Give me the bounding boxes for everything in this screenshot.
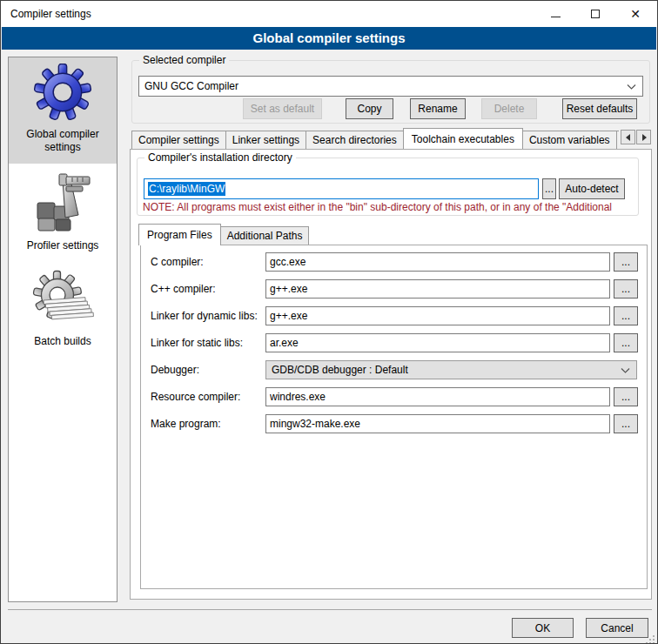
page-title: Global compiler settings (2, 27, 656, 50)
reset-defaults-button[interactable]: Reset defaults (562, 98, 637, 119)
bin-subdirectory-note: NOTE: All programs must exist either in … (143, 201, 634, 213)
minimize-button[interactable] (535, 1, 575, 27)
tab-toolchain-executables[interactable]: Toolchain executables (403, 128, 523, 149)
cpp-compiler-input[interactable] (265, 279, 610, 299)
auto-detect-button[interactable]: Auto-detect (559, 178, 625, 199)
tab-linker-settings[interactable]: Linker settings (225, 131, 306, 149)
compiler-select-value: GNU GCC Compiler (144, 80, 238, 92)
blue-gear-icon (34, 64, 91, 124)
linker-dynamic-browse-button[interactable]: ... (614, 306, 638, 325)
linker-static-browse-button[interactable]: ... (614, 333, 638, 352)
titlebar[interactable]: Compiler settings ✕ (1, 1, 657, 27)
tab-scroll-left-button[interactable] (621, 130, 635, 144)
close-button[interactable]: ✕ (615, 1, 655, 27)
subtab-additional-paths[interactable]: Additional Paths (220, 226, 310, 245)
set-as-default-button: Set as default (243, 98, 322, 119)
sidebar-item-profiler-settings[interactable]: Profiler settings (9, 164, 117, 263)
resource-compiler-input[interactable] (265, 387, 610, 406)
main-tabstrip: Compiler settings Linker settings Search… (131, 128, 619, 149)
footer-divider (8, 609, 652, 610)
compiler-settings-dialog: Compiler settings ✕ Global compiler sett… (0, 0, 658, 644)
installation-directory-group-label: Compiler's installation directory (144, 151, 296, 164)
files-tabstrip: Program Files Additional Paths (138, 224, 308, 245)
linker-static-label: Linker for static libs: (151, 337, 243, 349)
resource-compiler-browse-button[interactable]: ... (614, 387, 638, 406)
debugger-select[interactable]: GDB/CDB debugger : Default (265, 360, 637, 379)
resize-grip[interactable] (646, 632, 655, 641)
sidebar-item-global-compiler-settings[interactable]: Global compiler settings (9, 57, 117, 164)
tab-search-directories[interactable]: Search directories (306, 131, 404, 149)
left-triangle-icon (626, 134, 631, 141)
installation-directory-input[interactable]: C:\raylib\MinGW (144, 178, 539, 199)
sidebar-item-label: Profiler settings (14, 239, 111, 252)
tab-custom-variables[interactable]: Custom variables (522, 131, 617, 149)
debugger-select-value: GDB/CDB debugger : Default (272, 364, 408, 376)
installation-directory-browse-button[interactable]: ... (542, 178, 556, 199)
c-compiler-input[interactable] (265, 252, 610, 272)
right-triangle-icon (641, 134, 647, 141)
ok-button[interactable]: OK (512, 618, 574, 638)
installation-directory-value: C:\raylib\MinGW (148, 182, 225, 196)
make-program-input[interactable] (265, 414, 610, 433)
cpp-compiler-label: C++ compiler: (151, 283, 216, 295)
caliper-icon (30, 170, 95, 236)
linker-dynamic-label: Linker for dynamic libs: (151, 310, 258, 322)
cpp-compiler-browse-button[interactable]: ... (614, 279, 638, 299)
window-title: Compiler settings (10, 1, 91, 27)
minimize-icon (551, 17, 561, 17)
debugger-label: Debugger: (151, 364, 199, 376)
cancel-button[interactable]: Cancel (586, 618, 648, 638)
linker-dynamic-input[interactable] (265, 306, 610, 325)
compiler-select[interactable]: GNU GCC Compiler (138, 76, 643, 97)
rename-button[interactable]: Rename (410, 98, 466, 119)
linker-static-input[interactable] (265, 333, 610, 352)
tab-compiler-settings[interactable]: Compiler settings (131, 131, 226, 149)
c-compiler-browse-button[interactable]: ... (614, 252, 638, 272)
maximize-icon (591, 10, 600, 18)
chevron-down-icon (621, 364, 630, 376)
c-compiler-label: C compiler: (151, 256, 204, 268)
chevron-down-icon (627, 80, 636, 92)
sidebar-item-batch-builds[interactable]: Batch builds (9, 263, 117, 366)
make-program-browse-button[interactable]: ... (614, 414, 638, 433)
maximize-button[interactable] (575, 1, 615, 27)
copy-button[interactable]: Copy (346, 98, 393, 119)
tab-scroll-right-button[interactable] (636, 130, 651, 144)
tab-build-options[interactable]: Builc (616, 131, 619, 149)
delete-button: Delete (481, 98, 537, 119)
selected-compiler-group-label: Selected compiler (139, 54, 229, 66)
make-program-label: Make program: (151, 418, 221, 430)
gray-gear-stack-icon (31, 269, 94, 332)
sidebar-item-label: Global compiler settings (14, 128, 111, 154)
sidebar-item-label: Batch builds (14, 335, 111, 348)
close-icon: ✕ (630, 7, 641, 21)
resource-compiler-label: Resource compiler: (151, 391, 240, 403)
settings-category-list: Global compiler settings (8, 57, 118, 602)
subtab-program-files[interactable]: Program Files (138, 224, 221, 245)
